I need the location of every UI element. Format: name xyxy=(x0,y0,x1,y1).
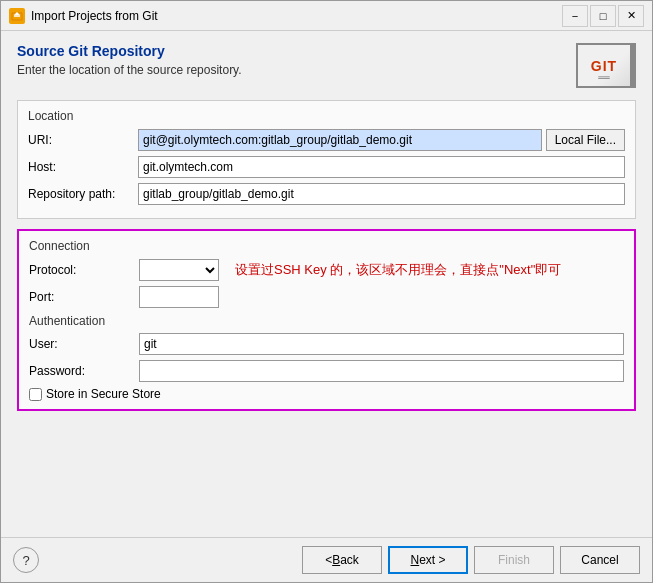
protocol-select[interactable]: ssh http https xyxy=(139,259,219,281)
connection-label: Connection xyxy=(29,239,624,253)
window-icon xyxy=(9,8,25,24)
store-row: Store in Secure Store xyxy=(29,387,624,401)
content-area: Source Git Repository Enter the location… xyxy=(1,31,652,537)
nav-buttons: < Back Next > Finish Cancel xyxy=(302,546,640,574)
repo-path-input[interactable] xyxy=(138,183,625,205)
header-text: Source Git Repository Enter the location… xyxy=(17,43,576,77)
location-section: Location URI: Local File... Host: Reposi… xyxy=(17,100,636,219)
user-input[interactable] xyxy=(139,333,624,355)
protocol-label: Protocol: xyxy=(29,263,139,277)
finish-button[interactable]: Finish xyxy=(474,546,554,574)
store-checkbox[interactable] xyxy=(29,388,42,401)
user-label: User: xyxy=(29,337,139,351)
uri-label: URI: xyxy=(28,133,138,147)
port-label: Port: xyxy=(29,290,139,304)
header-title: Source Git Repository xyxy=(17,43,576,59)
browse-button[interactable]: Local File... xyxy=(546,129,625,151)
git-logo: GIT xyxy=(576,43,636,88)
minimize-button[interactable]: − xyxy=(562,5,588,27)
auth-label: Authentication xyxy=(29,314,624,328)
annotation-text: 设置过SSH Key 的，该区域不用理会，直接点"Next"即可 xyxy=(235,261,624,279)
main-window: Import Projects from Git − □ ✕ Source Gi… xyxy=(0,0,653,583)
location-label: Location xyxy=(28,109,625,123)
back-button[interactable]: < Back xyxy=(302,546,382,574)
title-bar: Import Projects from Git − □ ✕ xyxy=(1,1,652,31)
close-button[interactable]: ✕ xyxy=(618,5,644,27)
window-controls: − □ ✕ xyxy=(562,5,644,27)
uri-input[interactable] xyxy=(138,129,542,151)
password-row: Password: xyxy=(29,360,624,382)
cancel-button[interactable]: Cancel xyxy=(560,546,640,574)
repo-row: Repository path: xyxy=(28,183,625,205)
port-input[interactable] xyxy=(139,286,219,308)
maximize-button[interactable]: □ xyxy=(590,5,616,27)
connection-section: Connection Protocol: ssh http https 设置过S… xyxy=(17,229,636,411)
host-label: Host: xyxy=(28,160,138,174)
host-input[interactable] xyxy=(138,156,625,178)
uri-row: URI: Local File... xyxy=(28,129,625,151)
host-row: Host: xyxy=(28,156,625,178)
help-button[interactable]: ? xyxy=(13,547,39,573)
port-row: Port: xyxy=(29,286,624,308)
user-row: User: xyxy=(29,333,624,355)
repo-label: Repository path: xyxy=(28,187,138,201)
bottom-bar: ? < Back Next > Finish Cancel xyxy=(1,537,652,582)
header-section: Source Git Repository Enter the location… xyxy=(17,43,636,88)
header-subtitle: Enter the location of the source reposit… xyxy=(17,63,576,77)
next-button[interactable]: Next > xyxy=(388,546,468,574)
password-input[interactable] xyxy=(139,360,624,382)
protocol-row: Protocol: ssh http https 设置过SSH Key 的，该区… xyxy=(29,259,624,281)
window-title: Import Projects from Git xyxy=(31,9,562,23)
store-label: Store in Secure Store xyxy=(46,387,161,401)
password-label: Password: xyxy=(29,364,139,378)
